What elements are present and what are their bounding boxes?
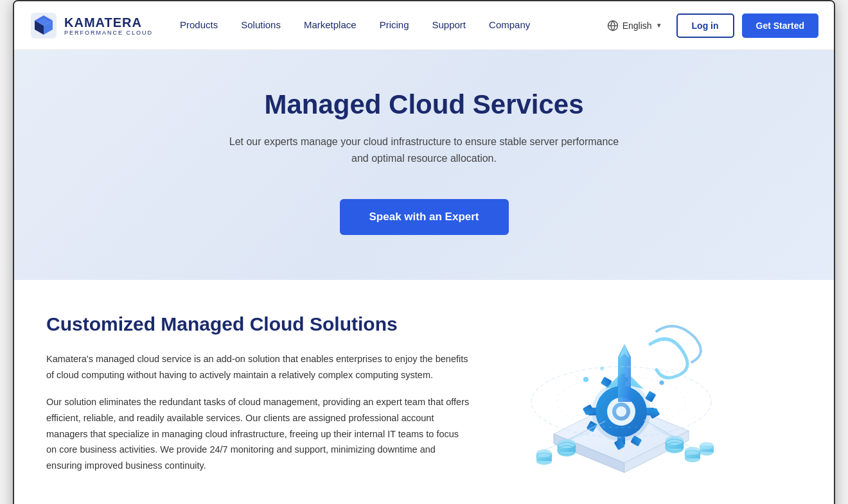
svg-point-47 <box>616 406 626 417</box>
brand-name: KAMATERA <box>64 15 153 30</box>
logo-icon <box>30 12 58 40</box>
svg-point-30 <box>700 442 714 449</box>
hero-subtitle: Let our experts manage your cloud infras… <box>225 134 623 166</box>
nav-support[interactable]: Support <box>421 1 478 50</box>
content-paragraph-1: Kamatera's managed cloud service is an a… <box>46 351 470 383</box>
svg-point-55 <box>660 380 664 385</box>
speak-with-expert-button[interactable]: Speak with an Expert <box>340 199 509 235</box>
nav-marketplace[interactable]: Marketplace <box>292 1 368 50</box>
content-title: Customized Managed Cloud Solutions <box>46 312 470 336</box>
content-paragraph-2: Our solution eliminates the redundant ta… <box>46 394 470 473</box>
svg-point-22 <box>536 449 552 457</box>
hero-title: Managed Cloud Services <box>40 89 808 121</box>
nav-solutions[interactable]: Solutions <box>229 1 292 50</box>
content-left: Customized Managed Cloud Solutions Kamat… <box>46 312 470 485</box>
hero-section: Managed Cloud Services Let our experts m… <box>14 50 834 280</box>
cloud-illustration <box>502 312 734 492</box>
login-button[interactable]: Log in <box>676 13 734 38</box>
nav-products[interactable]: Products <box>168 1 229 50</box>
nav-pricing[interactable]: Pricing <box>368 1 421 50</box>
nav-links: Products Solutions Marketplace Pricing S… <box>168 1 601 50</box>
svg-point-56 <box>600 367 604 370</box>
brand-tagline: PERFORMANCE CLOUD <box>64 30 153 36</box>
get-started-button[interactable]: Get Started <box>742 13 818 38</box>
nav-company[interactable]: Company <box>477 1 542 50</box>
nav-actions: English ▼ Log in Get Started <box>601 13 818 38</box>
language-selector[interactable]: English ▼ <box>601 16 669 35</box>
content-right <box>496 312 740 492</box>
language-label: English <box>623 21 652 31</box>
chevron-down-icon: ▼ <box>656 22 662 29</box>
content-section: Customized Managed Cloud Solutions Kamat… <box>14 280 834 504</box>
globe-icon <box>607 20 619 31</box>
logo-link[interactable]: KAMATERA PERFORMANCE CLOUD <box>30 12 153 40</box>
logo-text: KAMATERA PERFORMANCE CLOUD <box>64 15 153 36</box>
svg-point-54 <box>583 377 588 382</box>
browser-frame: KAMATERA PERFORMANCE CLOUD Products Solu… <box>13 0 835 504</box>
navbar: KAMATERA PERFORMANCE CLOUD Products Solu… <box>14 1 834 50</box>
